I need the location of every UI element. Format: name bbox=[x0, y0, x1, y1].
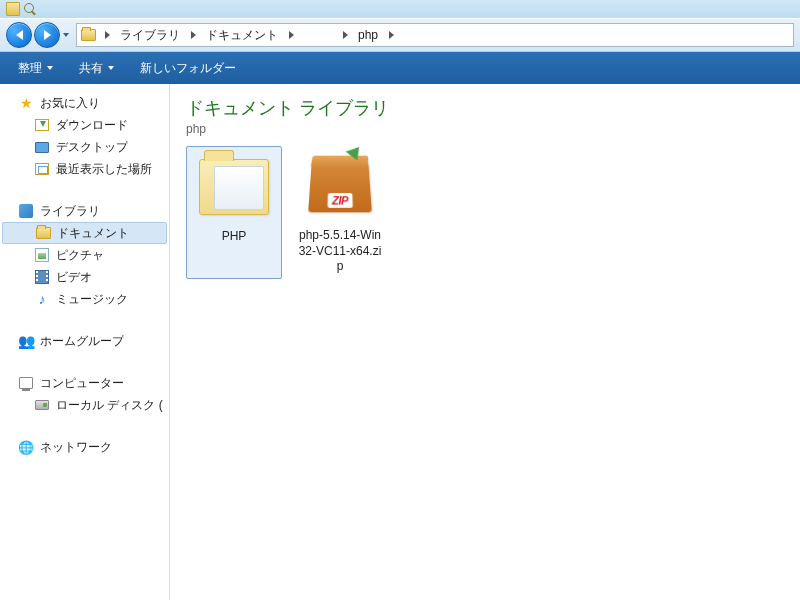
sidebar-item-label: コンピューター bbox=[40, 375, 124, 392]
folder-icon bbox=[194, 151, 274, 223]
organize-label: 整理 bbox=[18, 60, 42, 77]
chevron-down-icon bbox=[108, 66, 114, 70]
recent-icon bbox=[34, 161, 50, 177]
sidebar-item-label: ドキュメント bbox=[57, 225, 129, 242]
folder-icon bbox=[6, 2, 20, 16]
share-label: 共有 bbox=[79, 60, 103, 77]
breadcrumb-item[interactable]: ドキュメント bbox=[200, 24, 284, 46]
chevron-right-icon bbox=[389, 31, 394, 39]
sidebar-libraries[interactable]: ライブラリ bbox=[0, 200, 169, 222]
sidebar-item-pictures[interactable]: ピクチャ bbox=[0, 244, 169, 266]
network-icon: 🌐 bbox=[18, 439, 34, 455]
forward-button[interactable] bbox=[34, 22, 60, 48]
sidebar-item-localdisk[interactable]: ローカル ディスク ( bbox=[0, 394, 169, 416]
sidebar-group-computer: コンピューター ローカル ディスク ( bbox=[0, 372, 169, 416]
sidebar-item-desktop[interactable]: デスクトップ bbox=[0, 136, 169, 158]
picture-icon bbox=[34, 247, 50, 263]
zip-badge: ZIP bbox=[328, 193, 353, 208]
sidebar-group-homegroup: 👥 ホームグループ bbox=[0, 330, 169, 352]
disk-icon bbox=[34, 397, 50, 413]
arrow-left-icon bbox=[16, 30, 23, 40]
chevron-right-icon bbox=[343, 31, 348, 39]
sidebar-item-downloads[interactable]: ダウンロード bbox=[0, 114, 169, 136]
file-name: PHP bbox=[222, 229, 247, 245]
sidebar-computer[interactable]: コンピューター bbox=[0, 372, 169, 394]
sidebar-item-label: 最近表示した場所 bbox=[56, 161, 152, 178]
sidebar-item-recent[interactable]: 最近表示した場所 bbox=[0, 158, 169, 180]
file-item-folder[interactable]: PHP bbox=[186, 146, 282, 279]
breadcrumb-sep[interactable] bbox=[100, 24, 114, 46]
sidebar-group-favorites: ★ お気に入り ダウンロード デスクトップ 最近表示した場所 bbox=[0, 92, 169, 180]
sidebar-favorites[interactable]: ★ お気に入り bbox=[0, 92, 169, 114]
library-icon bbox=[18, 203, 34, 219]
sidebar-item-label: お気に入り bbox=[40, 95, 100, 112]
chevron-down-icon bbox=[47, 66, 53, 70]
breadcrumb-sep[interactable] bbox=[284, 24, 298, 46]
sidebar-item-label: ミュージック bbox=[56, 291, 128, 308]
sidebar-item-label: ライブラリ bbox=[40, 203, 100, 220]
sidebar-item-label: ホームグループ bbox=[40, 333, 124, 350]
sidebar-item-label: ローカル ディスク ( bbox=[56, 397, 163, 414]
breadcrumb-sep[interactable] bbox=[384, 24, 398, 46]
chevron-down-icon bbox=[63, 33, 69, 37]
organize-menu[interactable]: 整理 bbox=[10, 56, 61, 81]
desktop-icon bbox=[34, 139, 50, 155]
main: ★ お気に入り ダウンロード デスクトップ 最近表示した場所 ライブラリ bbox=[0, 84, 800, 600]
back-button[interactable] bbox=[6, 22, 32, 48]
sidebar-item-label: ビデオ bbox=[56, 269, 92, 286]
file-item-zip[interactable]: ZIP php-5.5.14-Win32-VC11-x64.zip bbox=[292, 146, 388, 279]
video-icon bbox=[34, 269, 50, 285]
sidebar-item-label: デスクトップ bbox=[56, 139, 128, 156]
breadcrumb-item[interactable]: php bbox=[352, 24, 384, 46]
file-name: php-5.5.14-Win32-VC11-x64.zip bbox=[296, 228, 384, 275]
sidebar-group-network: 🌐 ネットワーク bbox=[0, 436, 169, 458]
content-header: ドキュメント ライブラリ php bbox=[186, 96, 784, 136]
download-icon bbox=[34, 117, 50, 133]
homegroup-icon: 👥 bbox=[18, 333, 34, 349]
navbar: ライブラリ ドキュメント php bbox=[0, 18, 800, 52]
arrow-right-icon bbox=[44, 30, 51, 40]
new-folder-label: 新しいフォルダー bbox=[140, 60, 236, 77]
file-items: PHP ZIP php-5.5.14-Win32-VC11-x64.zip bbox=[186, 146, 784, 279]
history-dropdown[interactable] bbox=[60, 33, 72, 37]
zip-icon: ZIP bbox=[300, 150, 380, 222]
chevron-right-icon bbox=[289, 31, 294, 39]
address-bar[interactable]: ライブラリ ドキュメント php bbox=[76, 23, 794, 47]
folder-icon bbox=[79, 26, 97, 44]
arrow-down-icon bbox=[346, 147, 365, 163]
new-folder-button[interactable]: 新しいフォルダー bbox=[132, 56, 244, 81]
star-icon: ★ bbox=[18, 95, 34, 111]
sidebar-network[interactable]: 🌐 ネットワーク bbox=[0, 436, 169, 458]
nav-buttons bbox=[6, 22, 72, 48]
search-icon bbox=[23, 2, 37, 16]
sidebar-item-videos[interactable]: ビデオ bbox=[0, 266, 169, 288]
breadcrumb-sep[interactable] bbox=[186, 24, 200, 46]
library-subtitle: php bbox=[186, 122, 784, 136]
music-icon: ♪ bbox=[34, 291, 50, 307]
sidebar-group-libraries: ライブラリ ドキュメント ピクチャ ビデオ ♪ ミュージック bbox=[0, 200, 169, 310]
sidebar-item-label: ネットワーク bbox=[40, 439, 112, 456]
content-pane: ドキュメント ライブラリ php PHP ZIP php-5.5.14-Win3… bbox=[170, 84, 800, 600]
sidebar-homegroup[interactable]: 👥 ホームグループ bbox=[0, 330, 169, 352]
chevron-right-icon bbox=[191, 31, 196, 39]
titlebar bbox=[0, 0, 800, 18]
sidebar-item-documents[interactable]: ドキュメント bbox=[2, 222, 167, 244]
library-title: ドキュメント ライブラリ bbox=[186, 96, 784, 120]
sidebar: ★ お気に入り ダウンロード デスクトップ 最近表示した場所 ライブラリ bbox=[0, 84, 170, 600]
sidebar-item-label: ピクチャ bbox=[56, 247, 104, 264]
folder-icon bbox=[35, 225, 51, 241]
command-bar: 整理 共有 新しいフォルダー bbox=[0, 52, 800, 84]
breadcrumb-item[interactable]: ライブラリ bbox=[114, 24, 186, 46]
sidebar-item-label: ダウンロード bbox=[56, 117, 128, 134]
breadcrumb-item[interactable] bbox=[298, 24, 338, 46]
breadcrumb-sep[interactable] bbox=[338, 24, 352, 46]
chevron-right-icon bbox=[105, 31, 110, 39]
computer-icon bbox=[18, 375, 34, 391]
share-menu[interactable]: 共有 bbox=[71, 56, 122, 81]
sidebar-item-music[interactable]: ♪ ミュージック bbox=[0, 288, 169, 310]
